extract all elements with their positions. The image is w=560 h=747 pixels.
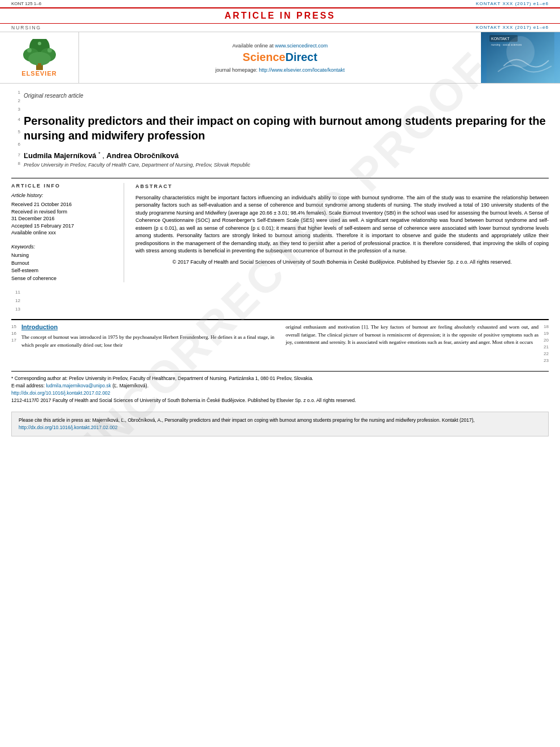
article-in-press-banner: ARTICLE IN PRESS xyxy=(0,7,560,24)
affiliation: Prešov University in Prešov, Faculty of … xyxy=(24,162,549,168)
banner-text: ARTICLE IN PRESS xyxy=(225,11,335,20)
keyword-sense-coherence: Sense of coherence xyxy=(11,275,116,283)
doc-id: KONT 125 1–6 xyxy=(11,1,41,6)
journal-ref: KONTAKT XXX (2017) e1–e6 xyxy=(476,25,549,30)
article-content: UNCORRECTED PROOF 1 2 3 Original researc… xyxy=(0,88,560,436)
doi-link[interactable]: http://dx.doi.org/10.1016/j.kontakt.2017… xyxy=(11,390,110,396)
svg-point-7 xyxy=(47,48,52,53)
article-title: Personality predictors and their impact … xyxy=(24,113,549,143)
footnote-email: E-mail address: ludmila.majernikova@unip… xyxy=(11,382,549,390)
abstract-column: ABSTRACT Personality characteristics mig… xyxy=(135,183,549,282)
article-type: Original research article xyxy=(24,93,549,99)
received-date: Received 21 October 2016 xyxy=(11,201,116,208)
footnote-section: * Corresponding author at: Prešov Univer… xyxy=(11,371,549,404)
line-numbers-intro-right: 18 19 20 21 22 23 xyxy=(539,324,549,364)
footnote-doi: http://dx.doi.org/10.1016/j.kontakt.2017… xyxy=(11,390,549,397)
available-url-link[interactable]: www.sciencedirect.com xyxy=(275,43,328,49)
accepted-date: Accepted 15 February 2017 xyxy=(11,222,116,230)
abstract-text: Personality characteristics might be imp… xyxy=(135,194,549,255)
footnote-issn: 1212-4117/© 2017 Faculty of Health and S… xyxy=(11,397,549,404)
journal-label: NURSING xyxy=(11,25,41,30)
svg-point-6 xyxy=(27,48,32,53)
section-divider xyxy=(11,319,549,320)
elsevier-tree-icon xyxy=(17,39,62,70)
svg-text:nursing · social sciences: nursing · social sciences xyxy=(491,43,522,46)
keywords-title: Keywords: xyxy=(11,243,116,251)
sciencedirect-logo: ScienceDirect xyxy=(243,51,317,64)
keyword-self-esteem: Self-esteem xyxy=(11,267,116,275)
copyright-text: © 2017 Faculty of Health and Social Scie… xyxy=(135,259,549,267)
svg-point-8 xyxy=(38,42,41,45)
corresponding-sup: * xyxy=(98,151,100,156)
article-info-column: ARTICLE INFO Article history: Received 2… xyxy=(11,183,124,282)
elsevier-logo-section: ELSEVIER xyxy=(0,32,79,83)
available-online-text: Available online at www.sciencedirect.co… xyxy=(233,43,328,49)
citation-text: Please cite this article in press as: Ma… xyxy=(19,417,475,423)
header-divider xyxy=(11,178,549,178)
info-abstract-section: ARTICLE INFO Article history: Received 2… xyxy=(11,183,549,282)
available-online: Available online xxx xyxy=(11,229,116,237)
citation-bar: Please cite this article in press as: Ma… xyxy=(11,412,549,436)
keyword-nursing: Nursing xyxy=(11,252,116,260)
introduction-left-text: The concept of burnout was introduced in… xyxy=(21,334,274,349)
line-numbers-header: 1 2 3 xyxy=(11,88,24,113)
top-meta-row: KONT 125 1–6 KONTAKT XXX (2017) e1–e6 xyxy=(0,0,560,7)
authors-line: Ľudmila Majerníková * , Andrea Obročníko… xyxy=(24,151,549,160)
line-numbers-middle: 11 12 13 xyxy=(11,288,24,313)
line-numbers-authors: 7 8 xyxy=(11,151,24,168)
author1-name: Ľudmila Majerníková xyxy=(24,151,98,160)
author2-name: Andrea Obročníková xyxy=(107,151,179,160)
email-link[interactable]: ludmila.majernikova@unipo.sk xyxy=(46,383,111,388)
abstract-title: ABSTRACT xyxy=(135,183,549,191)
homepage-text: journal homepage: http://www.elsevier.co… xyxy=(215,67,344,73)
introduction-title: Introduction xyxy=(21,324,274,330)
journal-id: KONTAKT XXX (2017) e1–e6 xyxy=(476,1,549,6)
footnote-corresponding: * Corresponding author at: Prešov Univer… xyxy=(11,375,549,382)
homepage-url-link[interactable]: http://www.elsevier.com/locate/kontakt xyxy=(259,67,345,73)
introduction-left-col: Introduction The concept of burnout was … xyxy=(21,324,274,364)
elsevier-text: ELSEVIER xyxy=(21,70,56,77)
citation-doi-link[interactable]: http://dx.doi.org/10.1016/j.kontakt.2017… xyxy=(19,425,117,430)
svg-rect-5 xyxy=(38,63,41,68)
keyword-burnout: Burnout xyxy=(11,260,116,268)
kontakt-journal-image: KONTAKT nursing · social sciences xyxy=(481,32,560,83)
line-numbers-title: 4 5 6 xyxy=(11,113,24,151)
introduction-right-text: original enthusiasm and motivation [1]. … xyxy=(286,324,539,347)
introduction-right-col: original enthusiasm and motivation [1]. … xyxy=(286,324,539,364)
received-revised-label: Received in revised form xyxy=(11,208,116,216)
journal-center-info: Available online at www.sciencedirect.co… xyxy=(79,32,481,83)
revised-date: 31 December 2016 xyxy=(11,215,116,222)
kontakt-cover-image: KONTAKT nursing · social sciences xyxy=(487,32,554,83)
line-numbers-intro-left: 15 16 17 xyxy=(11,324,21,364)
article-history-label: Article history: xyxy=(11,192,116,199)
journal-header: ELSEVIER Available online at www.science… xyxy=(0,32,560,84)
svg-text:KONTAKT: KONTAKT xyxy=(491,37,510,41)
article-info-title: ARTICLE INFO xyxy=(11,183,116,189)
